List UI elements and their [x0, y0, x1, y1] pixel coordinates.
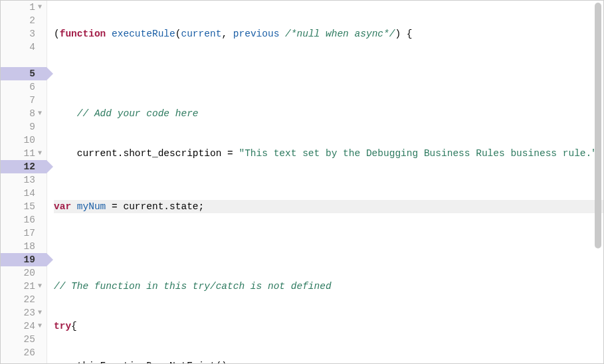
code-line[interactable]: (function executeRule(current, previous …: [54, 27, 603, 41]
gutter-line[interactable]: 7: [1, 94, 47, 107]
gutter-line[interactable]: 9: [1, 120, 47, 134]
fold-icon[interactable]: ▼: [37, 147, 43, 160]
code-line[interactable]: // Add your code here: [54, 107, 603, 120]
code-area[interactable]: (function executeRule(current, previous …: [47, 1, 603, 363]
gutter-line[interactable]: 2: [1, 14, 47, 27]
line-number: 11: [24, 147, 35, 160]
line-number: 7: [29, 94, 35, 107]
gutter-line[interactable]: 14: [1, 187, 47, 200]
gutter-line[interactable]: 16: [1, 213, 47, 227]
fold-icon[interactable]: ▼: [37, 306, 43, 319]
line-number: 8: [29, 107, 35, 120]
code-line[interactable]: // The function in this try/catch is not…: [54, 280, 603, 293]
gutter-line[interactable]: 26: [1, 346, 47, 359]
code-line[interactable]: current.short_description = "This text s…: [54, 147, 603, 173]
line-number: 5: [29, 67, 35, 80]
gutter-line[interactable]: 23▼: [1, 306, 47, 319]
gutter-line[interactable]: 1▼: [1, 1, 47, 14]
fold-icon[interactable]: ▼: [37, 1, 43, 14]
line-number: 20: [24, 266, 35, 280]
scrollbar-thumb[interactable]: [595, 3, 601, 248]
line-number: 4: [29, 41, 35, 54]
gutter-line[interactable]: 4: [1, 41, 47, 67]
fold-icon[interactable]: ▼: [37, 280, 43, 293]
code-editor[interactable]: 1▼2345678▼91011▼12131415161718192021▼222…: [1, 1, 603, 363]
gutter-line-breakpoint[interactable]: 5: [1, 67, 47, 80]
code-line[interactable]: [54, 240, 603, 253]
fold-icon[interactable]: ▼: [37, 319, 43, 333]
line-number: 15: [24, 200, 35, 213]
line-number: 21: [24, 280, 35, 293]
line-number: 24: [24, 319, 35, 333]
gutter-line[interactable]: 8▼: [1, 107, 47, 120]
gutter-line[interactable]: 10: [1, 134, 47, 147]
gutter-line[interactable]: 20: [1, 266, 47, 280]
gutter-line[interactable]: 21▼: [1, 280, 47, 293]
line-number: 25: [24, 333, 35, 346]
gutter-line[interactable]: 25: [1, 333, 47, 346]
line-number: 3: [29, 27, 35, 41]
line-number: 18: [24, 240, 35, 253]
line-number: 13: [24, 173, 35, 187]
gutter-line-breakpoint[interactable]: 19: [1, 253, 47, 266]
line-number: 9: [29, 120, 35, 134]
gutter-line[interactable]: 22: [1, 293, 47, 306]
fold-icon[interactable]: ▼: [37, 107, 43, 120]
line-number: 19: [24, 253, 35, 266]
gutter[interactable]: 1▼2345678▼91011▼12131415161718192021▼222…: [1, 1, 47, 363]
line-number: 17: [24, 227, 35, 240]
gutter-line[interactable]: 13: [1, 173, 47, 187]
line-number: 10: [24, 134, 35, 147]
gutter-line[interactable]: 6: [1, 80, 47, 94]
gutter-line-breakpoint[interactable]: 12: [1, 160, 47, 173]
gutter-line[interactable]: 17: [1, 227, 47, 240]
gutter-line[interactable]: 15: [1, 200, 47, 213]
code-line[interactable]: [54, 67, 603, 80]
code-line[interactable]: thisFunctionDoesNotExist();: [54, 359, 603, 363]
gutter-line[interactable]: 18: [1, 240, 47, 253]
line-number: 16: [24, 213, 35, 227]
gutter-line[interactable]: 3: [1, 27, 47, 41]
line-number: 22: [24, 293, 35, 306]
gutter-line[interactable]: 24▼: [1, 319, 47, 333]
code-line[interactable]: var myNum = current.state;: [54, 200, 603, 213]
line-number: 26: [24, 346, 35, 359]
line-number: 14: [24, 187, 35, 200]
line-number: 6: [29, 80, 35, 94]
code-line[interactable]: try{: [54, 319, 603, 333]
line-number: 23: [24, 306, 35, 319]
line-number: 12: [24, 160, 35, 173]
line-number: 2: [29, 14, 35, 27]
gutter-line[interactable]: 11▼: [1, 147, 47, 160]
line-number: 1: [29, 1, 35, 14]
